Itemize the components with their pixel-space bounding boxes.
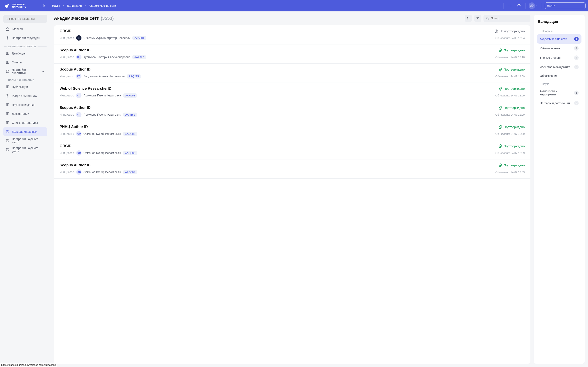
status-badge: Подтверждено — [498, 163, 525, 167]
sidebar-item[interactable]: РИД и объекты ИС — [3, 91, 47, 100]
rp-section-profile: Профиль — [537, 27, 581, 34]
rp-item[interactable]: Учёные степени4 — [537, 53, 581, 62]
sidebar-item-label: Настройки аналитики — [12, 68, 39, 75]
code-badge: AAA001 — [132, 36, 146, 40]
rp-item[interactable]: Образование — [537, 72, 581, 80]
rp-item-label: Награды и достижения — [540, 101, 571, 105]
sidebar-item[interactable]: Научные издания — [3, 100, 47, 109]
sidebar-item[interactable]: Настройки научного учёта — [3, 145, 47, 154]
sidebar-search[interactable] — [3, 15, 47, 23]
divider — [503, 3, 503, 8]
sidebar-item-label: Отчеты — [12, 61, 22, 64]
breadcrumb-item[interactable]: Академические сети — [89, 4, 116, 7]
list-row[interactable]: Scopus Author ID Подтверждено Инициатор … — [54, 102, 530, 121]
row-title: Web of Science ResearcherID — [60, 86, 112, 91]
breadcrumb-item[interactable]: Валидация — [67, 4, 82, 7]
sidebar-search-input[interactable] — [9, 17, 45, 20]
rp-item[interactable]: Активности и мероприятия1 — [537, 87, 581, 99]
content-header: Академические сети (3553) — [54, 15, 530, 22]
initiator-name: Османов Юсиф Ислам оглы — [84, 151, 121, 155]
status-badge: Подтверждено — [498, 87, 525, 91]
help-icon — [517, 4, 521, 8]
code-badge: AAZ372 — [132, 55, 146, 59]
rp-item-label: Активности и мероприятия — [540, 90, 574, 96]
filter-icon — [476, 17, 479, 20]
gear-icon — [6, 69, 9, 73]
sidebar-item-label: Настройки научных инстр. — [12, 137, 45, 144]
filter-button[interactable] — [474, 15, 481, 22]
help-button[interactable] — [515, 2, 523, 9]
updated-label: Обновлено: 24.07 12:09 — [495, 113, 525, 116]
sidebar-item[interactable]: Отчеты — [3, 58, 47, 67]
row-title: Scopus Author ID — [60, 48, 90, 52]
avatar: ЮО — [76, 169, 81, 175]
search-icon — [583, 4, 583, 7]
pin-button[interactable] — [41, 2, 48, 9]
logo[interactable]: SECHENOVUNIVERSITY — [2, 3, 28, 9]
rp-item[interactable]: Учёные звания2 — [537, 44, 581, 53]
list-row[interactable]: ORCID Не подтверждено Инициатор Системы … — [54, 25, 530, 44]
list-row[interactable]: Scopus Author ID Подтверждено Инициатор … — [54, 64, 530, 83]
row-title: ORCID — [60, 144, 71, 148]
search-icon — [6, 17, 8, 20]
global-search[interactable] — [545, 2, 586, 9]
status-badge: Подтверждено — [498, 125, 525, 129]
profile-menu[interactable] — [528, 2, 539, 9]
sidebar-item[interactable]: Диссертации — [3, 109, 47, 118]
updated-label: Обновлено: 24.07 12:09 — [495, 94, 525, 97]
rp-item[interactable]: Награды и достижения2 — [537, 99, 581, 108]
sidebar-item[interactable]: Валидация данных — [3, 127, 47, 136]
gear-icon — [6, 130, 9, 133]
sidebar-item[interactable]: Настройки структуры — [3, 33, 47, 42]
svg-point-18 — [78, 37, 80, 39]
initiator-name: Проклова Гузель Фаритовна — [84, 94, 121, 97]
award-icon — [6, 94, 9, 98]
breadcrumb-item[interactable]: Наука — [52, 4, 60, 7]
global-search-input[interactable] — [547, 4, 583, 7]
sidebar-item[interactable]: Публикации — [3, 82, 47, 91]
sidebar-item-label: РИД и объекты ИС — [12, 94, 37, 98]
sidebar-item[interactable]: Главная — [3, 25, 47, 33]
updated-label: Обновлено: 04.09 13:54 — [495, 36, 525, 40]
sidebar-item-label: Настройки структуры — [12, 36, 40, 40]
rp-item[interactable]: Членство в академиях3 — [537, 62, 581, 72]
code-badge: AAQ882 — [123, 151, 137, 155]
updated-label: Обновлено: 24.07 12:10 — [495, 56, 525, 59]
list-row[interactable]: Scopus Author ID Подтверждено Инициатор … — [54, 159, 530, 179]
rp-item-label: Академические сети — [540, 37, 567, 41]
list-row[interactable]: РИНЦ Author ID Подтверждено Инициатор ЮО… — [54, 121, 530, 140]
status-badge: Подтверждено — [498, 144, 525, 148]
settings-sliders-button[interactable] — [506, 2, 514, 9]
url-tooltip: https://stage.smartics.dev/science-core/… — [0, 363, 57, 367]
list-row[interactable]: Scopus Author ID Подтверждено Инициатор … — [54, 44, 530, 64]
initiator-label: Инициатор — [60, 170, 74, 174]
gear-icon — [6, 36, 9, 40]
sidebar-item-label: Настройки научного учёта — [12, 146, 45, 153]
sidebar-item[interactable]: Дашборды — [3, 49, 47, 58]
home-icon — [6, 27, 9, 31]
list-search-input[interactable] — [491, 17, 528, 20]
initiator-name: Османов Юсиф Ислам оглы — [84, 170, 121, 174]
rp-item-label: Образование — [540, 74, 558, 77]
avatar — [76, 35, 81, 41]
sidebar-item-label: Публикации — [12, 85, 28, 89]
initiator-label: Инициатор — [60, 151, 74, 155]
initiator-name: Проклова Гузель Фаритовна — [84, 113, 121, 116]
status-badge: Подтверждено — [498, 48, 525, 52]
sidebar-item[interactable]: Настройки аналитики — [3, 67, 47, 76]
list-row[interactable]: ORCID Подтверждено Инициатор ЮО Османов … — [54, 140, 530, 159]
avatar: ГП — [76, 112, 81, 117]
sidebar-section-science: НАУКА И ИННОВАЦИИ — [3, 76, 47, 82]
logo-text-top: SECHENOV — [12, 3, 26, 6]
breadcrumb: Наука Валидация Академические сети — [52, 4, 116, 7]
initiator-name: Османов Юсиф Ислам оглы — [84, 132, 121, 135]
list-row[interactable]: Web of Science ResearcherID Подтверждено… — [54, 83, 530, 102]
validation-list: ORCID Не подтверждено Инициатор Системы … — [54, 25, 530, 364]
sidebar-item[interactable]: Настройки научных инстр. — [3, 136, 47, 145]
sidebar-item[interactable]: Списки литературы — [3, 118, 47, 127]
rp-item[interactable]: Академические сети1 — [537, 34, 581, 44]
list-search[interactable] — [484, 15, 530, 22]
topbar: SECHENOVUNIVERSITY Наука Валидация Акаде… — [0, 0, 588, 11]
initiator-name: Системы Администратор Sechenov — [84, 36, 130, 40]
sort-button[interactable] — [465, 15, 472, 22]
